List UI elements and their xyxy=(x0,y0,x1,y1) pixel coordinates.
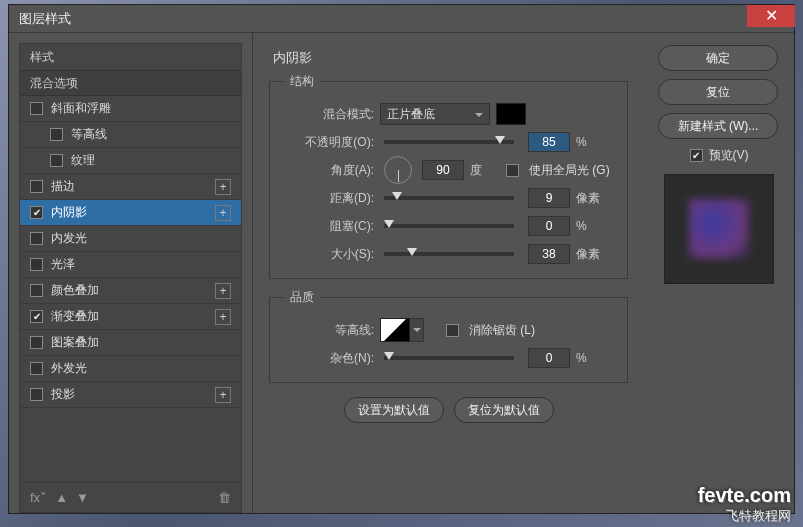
ok-button[interactable]: 确定 xyxy=(658,45,778,71)
blending-options-row[interactable]: 混合选项 xyxy=(20,70,241,96)
style-checkbox[interactable] xyxy=(30,336,43,349)
choke-label: 阻塞(C): xyxy=(284,218,374,235)
style-row-1[interactable]: 等高线 xyxy=(20,122,241,148)
choke-input[interactable]: 0 xyxy=(528,216,570,236)
noise-label: 杂色(N): xyxy=(284,350,374,367)
global-light-label: 使用全局光 (G) xyxy=(529,162,610,179)
add-effect-icon[interactable]: + xyxy=(215,179,231,195)
size-slider[interactable] xyxy=(384,252,514,256)
titlebar[interactable]: 图层样式 ✕ xyxy=(9,5,794,33)
angle-label: 角度(A): xyxy=(284,162,374,179)
distance-label: 距离(D): xyxy=(284,190,374,207)
move-up-icon[interactable]: ▲ xyxy=(55,490,68,505)
style-row-0[interactable]: 斜面和浮雕 xyxy=(20,96,241,122)
style-checkbox[interactable] xyxy=(30,362,43,375)
add-effect-icon[interactable]: + xyxy=(215,283,231,299)
reset-default-button[interactable]: 复位为默认值 xyxy=(454,397,554,423)
noise-input[interactable]: 0 xyxy=(528,348,570,368)
style-checkbox[interactable] xyxy=(50,128,63,141)
contour-picker[interactable] xyxy=(380,318,410,342)
quality-group: 品质 等高线: 消除锯齿 (L) 杂色(N): 0 % xyxy=(269,289,628,383)
style-label: 图案叠加 xyxy=(51,334,231,351)
preview-label: 预览(V) xyxy=(709,147,749,164)
style-label: 渐变叠加 xyxy=(51,308,215,325)
style-label: 投影 xyxy=(51,386,215,403)
opacity-label: 不透明度(O): xyxy=(284,134,374,151)
global-light-checkbox[interactable] xyxy=(506,164,519,177)
style-row-3[interactable]: 描边+ xyxy=(20,174,241,200)
trash-icon[interactable]: 🗑 xyxy=(218,490,231,505)
close-button[interactable]: ✕ xyxy=(747,5,795,27)
style-checkbox[interactable] xyxy=(30,102,43,115)
distance-slider[interactable] xyxy=(384,196,514,200)
style-label: 纹理 xyxy=(71,152,231,169)
size-label: 大小(S): xyxy=(284,246,374,263)
contour-label: 等高线: xyxy=(284,322,374,339)
right-column: 确定 复位 新建样式 (W)... 预览(V) xyxy=(644,33,794,513)
distance-input[interactable]: 9 xyxy=(528,188,570,208)
style-row-5[interactable]: 内发光 xyxy=(20,226,241,252)
new-style-button[interactable]: 新建样式 (W)... xyxy=(658,113,778,139)
angle-dial[interactable] xyxy=(384,156,412,184)
style-row-8[interactable]: 渐变叠加+ xyxy=(20,304,241,330)
style-row-11[interactable]: 投影+ xyxy=(20,382,241,408)
add-effect-icon[interactable]: + xyxy=(215,205,231,221)
blend-mode-dropdown[interactable]: 正片叠底 xyxy=(380,103,490,125)
preview-thumbnail xyxy=(664,174,774,284)
structure-group: 结构 混合模式: 正片叠底 不透明度(O): 85 % 角度(A): 90 度 xyxy=(269,73,628,279)
style-label: 外发光 xyxy=(51,360,231,377)
style-checkbox[interactable] xyxy=(30,180,43,193)
quality-legend: 品质 xyxy=(284,289,320,306)
style-label: 光泽 xyxy=(51,256,231,273)
effect-title: 内阴影 xyxy=(273,49,628,67)
style-checkbox[interactable] xyxy=(30,284,43,297)
style-label: 斜面和浮雕 xyxy=(51,100,231,117)
angle-input[interactable]: 90 xyxy=(422,160,464,180)
preview-checkbox[interactable] xyxy=(690,149,703,162)
style-checkbox[interactable] xyxy=(30,206,43,219)
style-row-2[interactable]: 纹理 xyxy=(20,148,241,174)
style-label: 等高线 xyxy=(71,126,231,143)
fx-icon[interactable]: fx˅ xyxy=(30,490,47,505)
style-label: 内发光 xyxy=(51,230,231,247)
make-default-button[interactable]: 设置为默认值 xyxy=(344,397,444,423)
style-checkbox[interactable] xyxy=(30,258,43,271)
style-checkbox[interactable] xyxy=(30,310,43,323)
style-label: 颜色叠加 xyxy=(51,282,215,299)
style-row-9[interactable]: 图案叠加 xyxy=(20,330,241,356)
blend-mode-label: 混合模式: xyxy=(284,106,374,123)
styles-sidebar: 样式 混合选项 斜面和浮雕等高线纹理描边+内阴影+内发光光泽颜色叠加+渐变叠加+… xyxy=(9,33,253,513)
opacity-slider[interactable] xyxy=(384,140,514,144)
layer-style-dialog: 图层样式 ✕ 样式 混合选项 斜面和浮雕等高线纹理描边+内阴影+内发光光泽颜色叠… xyxy=(8,4,795,514)
antialias-checkbox[interactable] xyxy=(446,324,459,337)
cancel-button[interactable]: 复位 xyxy=(658,79,778,105)
close-icon: ✕ xyxy=(765,6,778,25)
sidebar-footer: fx˅ ▲ ▼ 🗑 xyxy=(20,482,241,512)
opacity-input[interactable]: 85 xyxy=(528,132,570,152)
style-row-7[interactable]: 颜色叠加+ xyxy=(20,278,241,304)
style-checkbox[interactable] xyxy=(30,388,43,401)
add-effect-icon[interactable]: + xyxy=(215,309,231,325)
antialias-label: 消除锯齿 (L) xyxy=(469,322,535,339)
add-effect-icon[interactable]: + xyxy=(215,387,231,403)
style-checkbox[interactable] xyxy=(30,232,43,245)
style-label: 描边 xyxy=(51,178,215,195)
style-row-6[interactable]: 光泽 xyxy=(20,252,241,278)
contour-dropdown[interactable] xyxy=(410,318,424,342)
settings-panel: 内阴影 结构 混合模式: 正片叠底 不透明度(O): 85 % 角度(A): xyxy=(253,33,644,513)
style-row-4[interactable]: 内阴影+ xyxy=(20,200,241,226)
move-down-icon[interactable]: ▼ xyxy=(76,490,89,505)
watermark: fevte.com 飞特教程网 xyxy=(698,484,791,525)
style-label: 内阴影 xyxy=(51,204,215,221)
style-checkbox[interactable] xyxy=(50,154,63,167)
shadow-color-swatch[interactable] xyxy=(496,103,526,125)
window-title: 图层样式 xyxy=(9,10,71,28)
structure-legend: 结构 xyxy=(284,73,320,90)
size-input[interactable]: 38 xyxy=(528,244,570,264)
noise-slider[interactable] xyxy=(384,356,514,360)
sidebar-header: 样式 xyxy=(20,44,241,70)
style-row-10[interactable]: 外发光 xyxy=(20,356,241,382)
choke-slider[interactable] xyxy=(384,224,514,228)
